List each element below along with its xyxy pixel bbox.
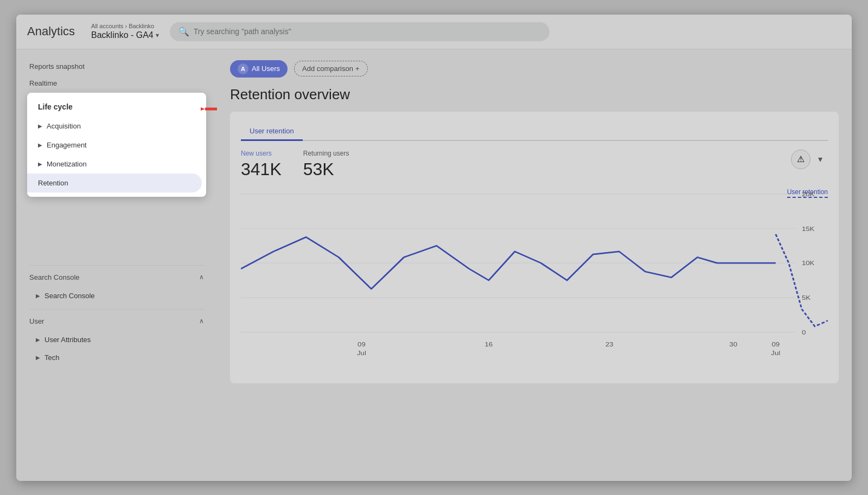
warning-icon: ⚠	[797, 154, 805, 164]
sidebar-section-user[interactable]: User ∧	[16, 312, 217, 331]
page-title: Retention overview	[230, 86, 839, 103]
svg-text:0: 0	[802, 329, 806, 336]
sidebar-item-search-console[interactable]: ▶ Search Console	[16, 287, 217, 305]
tab-user-retention[interactable]: User retention	[241, 123, 303, 141]
chevron-down-icon: ▾	[818, 154, 822, 164]
sidebar-item-engagement[interactable]: ▶ Engagement	[27, 136, 206, 155]
chevron-up-icon-2: ∧	[199, 317, 204, 325]
expand-icon: ▶	[38, 142, 42, 148]
search-bar[interactable]: 🔍 Try searching "path analysis"	[170, 22, 550, 41]
expand-icon: ▶	[36, 293, 40, 299]
sidebar-item-tech[interactable]: ▶ Tech	[16, 349, 217, 367]
sidebar-item-realtime[interactable]: Realtime	[16, 75, 217, 92]
chart-container: User retention 20K 15K 10K 5K 0	[241, 188, 828, 372]
search-icon: 🔍	[178, 27, 189, 37]
expand-icon: ▶	[38, 161, 42, 167]
section-group-user: User ∧ ▶ User Attributes ▶ Tech	[16, 312, 217, 367]
top-bar: Analytics All accounts › Backlinko Backl…	[16, 15, 852, 49]
expand-icon: ▶	[38, 123, 42, 129]
chevron-down-icon: ▾	[156, 31, 159, 39]
sidebar-divider	[29, 265, 204, 266]
app-title: Analytics	[27, 24, 75, 38]
sidebar-lower: Search Console ∧ ▶ Search Console User ∧	[16, 265, 217, 367]
sidebar-item-acquisition[interactable]: ▶ Acquisition	[27, 117, 206, 136]
svg-text:16: 16	[484, 340, 493, 348]
chart-card: User retention New users 341K Returning …	[230, 112, 839, 383]
all-users-segment[interactable]: A All Users	[230, 60, 288, 78]
metric-new-users-value: 341K	[241, 159, 282, 179]
sidebar: Reports snapshot Realtime Life cycle ▶ A…	[16, 49, 217, 481]
expand-icon-2: ▶	[36, 355, 40, 361]
sidebar-item-user-attributes[interactable]: ▶ User Attributes	[16, 331, 217, 349]
main-content: Reports snapshot Realtime Life cycle ▶ A…	[16, 49, 852, 481]
svg-text:Jul: Jul	[357, 349, 366, 356]
account-selector[interactable]: All accounts › Backlinko Backlinko - GA4…	[91, 23, 159, 40]
svg-text:Jul: Jul	[771, 349, 780, 356]
svg-text:09: 09	[771, 340, 780, 348]
chart-tabs: User retention	[241, 123, 828, 141]
sidebar-item-monetization[interactable]: ▶ Monetization	[27, 155, 206, 173]
metric-returning-users: Returning users 53K	[303, 150, 349, 179]
expand-icon: ▶	[36, 337, 40, 343]
warning-button[interactable]: ⚠	[791, 150, 810, 169]
svg-text:5K: 5K	[802, 294, 811, 301]
svg-text:09: 09	[358, 340, 366, 348]
metric-new-users: New users 341K	[241, 150, 282, 179]
red-arrow	[201, 98, 217, 122]
breadcrumb: All accounts › Backlinko	[91, 23, 159, 29]
account-name-button[interactable]: Backlinko - GA4 ▾	[91, 30, 159, 40]
chart-metrics: New users 341K Returning users 53K ⚠ ▾	[241, 150, 828, 179]
sidebar-item-reports-snapshot[interactable]: Reports snapshot	[16, 58, 217, 75]
chevron-up-icon: ∧	[199, 273, 204, 281]
user-retention-label: User retention	[787, 188, 828, 198]
plus-icon: +	[355, 65, 360, 73]
search-input[interactable]: Try searching "path analysis"	[194, 27, 291, 36]
app-container: Analytics All accounts › Backlinko Backl…	[16, 15, 852, 481]
metric-new-users-label: New users	[241, 150, 282, 157]
svg-text:10K: 10K	[802, 260, 815, 267]
sidebar-section-search-console[interactable]: Search Console ∧	[16, 268, 217, 287]
segment-bar: A All Users Add comparison +	[230, 60, 839, 78]
svg-text:15K: 15K	[802, 225, 815, 232]
chart-actions: ⚠ ▾	[791, 150, 828, 169]
sidebar-divider-2	[29, 309, 204, 310]
content-area: A All Users Add comparison + Retention o…	[217, 49, 852, 481]
metric-returning-users-label: Returning users	[303, 150, 349, 157]
chart-svg: 20K 15K 10K 5K 0 09 Jul 16 23 30	[241, 188, 828, 372]
add-comparison-button[interactable]: Add comparison +	[294, 61, 368, 76]
lifecycle-header: Life cycle	[27, 97, 206, 117]
sidebar-item-retention[interactable]: Retention	[27, 173, 202, 192]
svg-text:30: 30	[729, 340, 737, 348]
avatar: A	[238, 63, 248, 74]
lifecycle-panel: Life cycle ▶ Acquisition ▶ Engagement ▶ …	[27, 93, 206, 197]
section-group-search-console: Search Console ∧ ▶ Search Console	[16, 268, 217, 305]
svg-text:23: 23	[605, 340, 614, 348]
metric-returning-users-value: 53K	[303, 159, 349, 179]
chart-dropdown-button[interactable]: ▾	[813, 152, 828, 167]
